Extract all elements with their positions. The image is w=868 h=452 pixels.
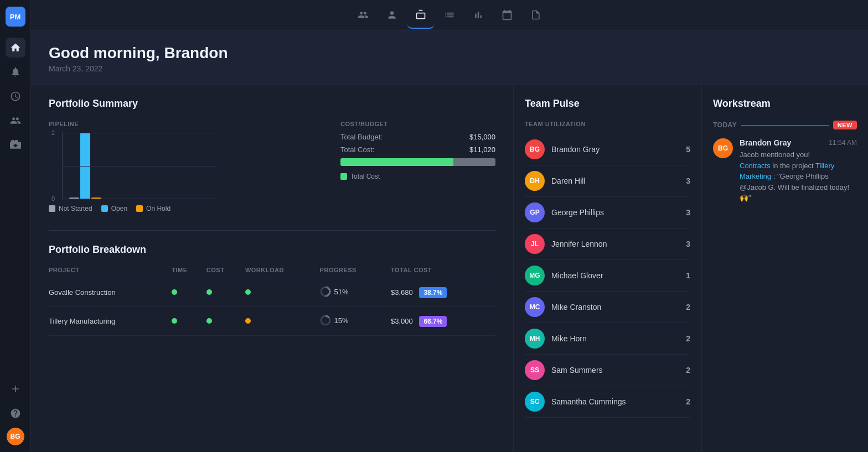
legend-label-open: Open	[111, 205, 127, 212]
content-grid: Portfolio Summary PIPELINE 2 0	[31, 85, 868, 452]
team-member-avatar: SS	[525, 360, 545, 380]
cell-progress: 51%	[320, 278, 391, 307]
total-budget-value: $15,000	[469, 133, 495, 141]
ws-content: Brandon Gray 11:54 AM Jacob mentioned yo…	[740, 138, 857, 204]
team-member-name: Daren Hill	[551, 176, 679, 185]
bar-chart: 2 0	[62, 133, 217, 199]
team-member-name: Brandon Gray	[551, 145, 679, 154]
col-project: PROJECT	[49, 264, 172, 278]
workstream-item: BG Brandon Gray 11:54 AM Jacob mentioned…	[713, 138, 857, 204]
new-badge: NEW	[833, 121, 857, 129]
cell-progress: 15%	[320, 307, 391, 336]
ws-contracts-link[interactable]: Contracts	[740, 162, 771, 170]
nav-chart[interactable]	[465, 2, 492, 29]
team-member-row[interactable]: JL Jennifer Lennon 3	[525, 228, 690, 260]
cell-project: Tillery Manufacturing	[49, 307, 172, 336]
legend-label-on-hold: On Hold	[146, 205, 170, 212]
legend-dot-not-started	[49, 205, 55, 212]
nav-calendar[interactable]	[494, 2, 520, 29]
sidebar-item-add[interactable]	[6, 379, 25, 399]
bar-not-started-1	[69, 198, 79, 199]
team-member-avatar: MG	[525, 266, 545, 285]
team-member-avatar: MC	[525, 297, 545, 317]
team-member-name: Samantha Cummings	[551, 397, 679, 406]
page-title: Good morning, Brandon	[49, 44, 850, 62]
team-member-name: Mike Horn	[551, 334, 679, 343]
cost-legend: Total Cost	[340, 173, 495, 180]
col-time: TIME	[172, 264, 206, 278]
cost-legend-label: Total Cost	[350, 173, 380, 180]
top-nav	[31, 0, 868, 31]
legend-dot-on-hold	[136, 205, 143, 212]
today-label: TODAY	[713, 121, 737, 129]
team-member-count: 1	[686, 271, 690, 280]
ws-item-header: Brandon Gray 11:54 AM	[740, 138, 857, 147]
team-member-count: 3	[686, 240, 690, 248]
total-cost-row: Total Cost: $11,020	[340, 146, 495, 154]
team-member-count: 2	[686, 397, 690, 406]
nav-people[interactable]	[379, 2, 405, 29]
cell-cost	[206, 307, 245, 336]
main-area: Good morning, Brandon March 23, 2022 Por…	[31, 0, 868, 452]
team-pulse-title: Team Pulse	[525, 98, 690, 110]
legend-not-started: Not Started	[49, 205, 92, 212]
progress-ring-svg	[320, 315, 331, 326]
sidebar-item-portfolio[interactable]	[6, 135, 25, 155]
team-member-row[interactable]: SS Sam Summers 2	[525, 355, 690, 386]
cell-time	[172, 307, 206, 336]
pipeline-label: PIPELINE	[49, 121, 318, 127]
progress-value: 51%	[334, 288, 349, 296]
team-member-count: 3	[686, 208, 690, 217]
team-member-avatar: JL	[525, 234, 545, 254]
cell-total-cost-value: $3,680 38.7%	[391, 278, 495, 307]
sidebar-item-notifications[interactable]	[6, 62, 25, 82]
total-budget-label: Total Budget:	[340, 133, 383, 141]
sidebar-item-people[interactable]	[6, 111, 25, 131]
budget-bar-container	[340, 158, 495, 166]
ws-prelink-text: in the project	[772, 162, 815, 170]
team-members-list: BG Brandon Gray 5 DH Daren Hill 3 GP Geo…	[525, 134, 690, 418]
team-member-avatar: BG	[525, 139, 545, 159]
team-member-avatar: GP	[525, 202, 545, 222]
cell-cost	[206, 278, 245, 307]
app-logo[interactable]: PM	[6, 7, 25, 27]
sidebar-item-time[interactable]	[6, 86, 25, 106]
team-member-row[interactable]: MG Michael Glover 1	[525, 260, 690, 292]
portfolio-summary-title: Portfolio Summary	[49, 98, 495, 110]
nav-list[interactable]	[436, 2, 463, 29]
team-member-name: Mike Cranston	[551, 303, 679, 311]
team-member-row[interactable]: MC Mike Cranston 2	[525, 292, 690, 323]
sidebar-item-home[interactable]	[6, 38, 25, 58]
team-member-row[interactable]: GP George Phillips 3	[525, 197, 690, 228]
col-cost: COST	[206, 264, 245, 278]
team-member-avatar: DH	[525, 171, 545, 191]
cell-total-cost-value: $3,000 66.7%	[391, 307, 495, 336]
section-divider	[49, 230, 495, 231]
team-member-row[interactable]: BG Brandon Gray 5	[525, 134, 690, 165]
team-member-count: 3	[686, 176, 690, 185]
ws-sender-name: Brandon Gray	[740, 138, 791, 147]
total-cost-value: $11,020	[469, 146, 495, 154]
timeline-line	[741, 125, 829, 126]
team-member-row[interactable]: MH Mike Horn 2	[525, 323, 690, 355]
progress-value: 15%	[334, 316, 349, 325]
workstream-panel: Workstream TODAY NEW BG Brandon Gray 11:…	[702, 85, 868, 452]
legend-dot-open	[101, 205, 108, 212]
grid-label-0: 0	[51, 195, 55, 202]
team-member-row[interactable]: DH Daren Hill 3	[525, 165, 690, 197]
ws-mention-text: Jacob mentioned you!	[740, 150, 810, 159]
total-cost-label: Total Cost:	[340, 146, 374, 154]
team-member-name: Sam Summers	[551, 366, 679, 375]
portfolio-panel: Portfolio Summary PIPELINE 2 0	[31, 85, 514, 452]
nav-team[interactable]	[350, 2, 376, 29]
nav-portfolio[interactable]	[407, 2, 434, 29]
team-member-avatar: SC	[525, 392, 545, 412]
portfolio-breakdown-title: Portfolio Breakdown	[49, 244, 495, 256]
grid-label-2: 2	[51, 129, 55, 136]
user-avatar[interactable]: BG	[7, 428, 24, 445]
team-pulse-panel: Team Pulse TEAM UTILIZATION BG Brandon G…	[514, 85, 702, 452]
sidebar-item-help[interactable]	[6, 403, 25, 423]
pipeline-chart: PIPELINE 2 0	[49, 121, 318, 212]
nav-document[interactable]	[523, 2, 549, 29]
team-member-row[interactable]: SC Samantha Cummings 2	[525, 386, 690, 418]
